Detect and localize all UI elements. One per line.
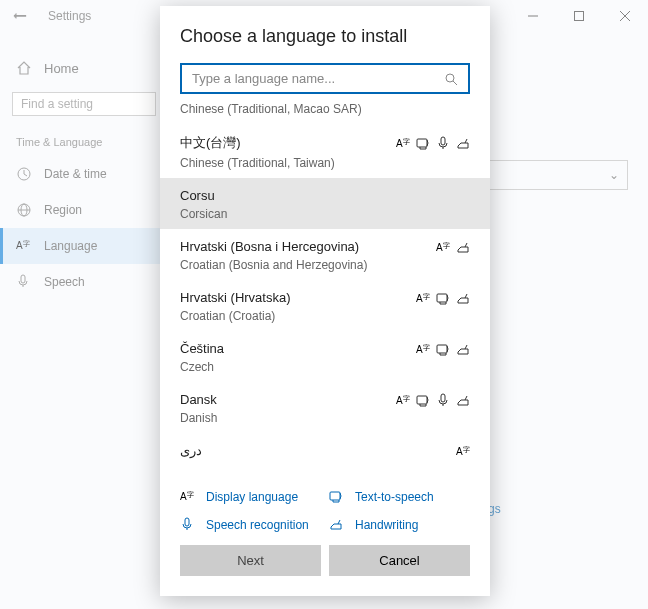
language-icon [16, 238, 32, 254]
language-item[interactable]: CorsuCorsican [160, 178, 490, 229]
language-english: Croatian (Croatia) [180, 309, 470, 323]
language-item-partial[interactable]: Chinese (Traditional, Macao SAR) [160, 98, 490, 124]
language-english: Chinese (Traditional, Taiwan) [180, 156, 470, 170]
language-english: Czech [180, 360, 470, 374]
clock-icon [16, 166, 32, 182]
language-item[interactable]: Hrvatski (Hrvatska)Croatian (Croatia) [160, 280, 490, 331]
tts-icon [436, 291, 450, 305]
hand-icon [456, 136, 470, 150]
search-icon [444, 72, 458, 86]
display-icon [436, 240, 450, 254]
language-search[interactable] [180, 63, 470, 94]
language-search-input[interactable] [192, 71, 444, 86]
hand-icon [456, 342, 470, 356]
legend-tts: Text-to-speech [329, 489, 470, 505]
tts-icon [436, 342, 450, 356]
language-install-dialog: Choose a language to install Chinese (Tr… [160, 6, 490, 596]
language-native: 中文(台灣) [180, 134, 241, 152]
language-english: Croatian (Bosnia and Herzegovina) [180, 258, 470, 272]
sidebar-item-datetime[interactable]: Date & time [0, 156, 168, 192]
hand-icon [456, 393, 470, 407]
display-icon [456, 444, 470, 458]
display-icon [416, 342, 430, 356]
sidebar-item-speech[interactable]: Speech [0, 264, 168, 300]
language-native: Hrvatski (Hrvatska) [180, 290, 291, 305]
language-native: Corsu [180, 188, 215, 203]
language-native: Čeština [180, 341, 224, 356]
display-icon [396, 136, 410, 150]
language-item[interactable]: 中文(台灣)Chinese (Traditional, Taiwan) [160, 124, 490, 178]
legend-hand: Handwriting [329, 517, 470, 533]
sidebar-home-label: Home [44, 61, 79, 76]
tts-icon [416, 136, 430, 150]
language-english: Corsican [180, 207, 470, 221]
dialog-title: Choose a language to install [180, 26, 470, 47]
svg-rect-9 [575, 12, 584, 21]
sidebar-group-label: Time & Language [0, 124, 168, 156]
back-button[interactable]: 🠔 [0, 8, 40, 24]
cancel-button[interactable]: Cancel [329, 545, 470, 576]
tts-icon [416, 393, 430, 407]
language-english: Danish [180, 411, 470, 425]
next-button[interactable]: Next [180, 545, 321, 576]
window-title: Settings [48, 9, 91, 23]
home-icon [16, 60, 32, 76]
sidebar-home[interactable]: Home [0, 52, 168, 84]
language-list[interactable]: Chinese (Traditional, Macao SAR) 中文(台灣)C… [160, 98, 490, 479]
sidebar-item-region[interactable]: Region [0, 192, 168, 228]
display-icon [396, 393, 410, 407]
close-button[interactable] [602, 0, 648, 32]
legend-display: Display language [180, 489, 321, 505]
maximize-button[interactable] [556, 0, 602, 32]
sidebar-item-language[interactable]: Language [0, 228, 168, 264]
language-item[interactable]: Hrvatski (Bosna i Hercegovina)Croatian (… [160, 229, 490, 280]
legend-speech: Speech recognition [180, 517, 321, 533]
feature-legend: Display language Text-to-speech Speech r… [160, 479, 490, 545]
language-item[interactable]: ČeštinaCzech [160, 331, 490, 382]
speech-icon [436, 136, 450, 150]
chevron-down-icon: ⌄ [609, 168, 619, 182]
language-item[interactable]: درى [160, 433, 490, 466]
language-item[interactable]: DanskDanish [160, 382, 490, 433]
speech-icon [436, 393, 450, 407]
hand-icon [456, 240, 470, 254]
sidebar-search[interactable]: Find a setting [12, 92, 156, 116]
hand-icon [456, 291, 470, 305]
mic-icon [16, 274, 32, 290]
language-native: Hrvatski (Bosna i Hercegovina) [180, 239, 359, 254]
sidebar: Home Find a setting Time & Language Date… [0, 44, 168, 308]
display-icon [416, 291, 430, 305]
language-native: Dansk [180, 392, 217, 407]
language-native: درى [180, 443, 202, 458]
minimize-button[interactable] [510, 0, 556, 32]
globe-icon [16, 202, 32, 218]
